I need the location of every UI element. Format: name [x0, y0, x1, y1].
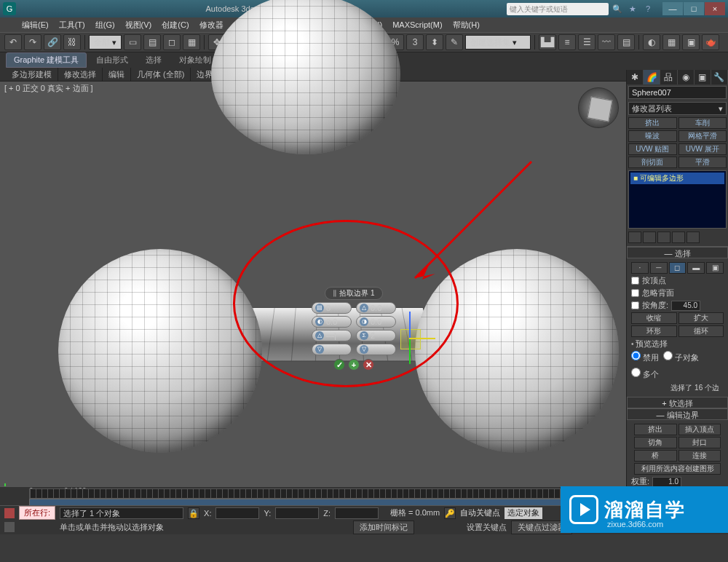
subobj-vertex-icon[interactable]: ·	[631, 262, 649, 274]
redo-icon[interactable]: ↷	[24, 34, 41, 50]
stack-show-icon[interactable]	[643, 231, 656, 243]
material-icon[interactable]: ◐	[643, 34, 660, 50]
subobj-poly-icon[interactable]: ▬	[687, 262, 705, 274]
align-icon[interactable]: ≡	[558, 34, 576, 50]
select-icon[interactable]: ▭	[124, 34, 141, 50]
menu-group[interactable]: 组(G)	[95, 20, 115, 31]
rad-preview-off[interactable]	[631, 351, 641, 360]
btn-createshape[interactable]: 利用所选内容创建图形	[634, 463, 721, 475]
stack-remove-icon[interactable]	[672, 231, 685, 243]
nav-pan-icon[interactable]	[578, 521, 591, 533]
chk-byvertex[interactable]	[631, 277, 639, 285]
nav-zoomall-icon[interactable]	[673, 521, 686, 533]
btn-extrude2[interactable]: 挤出	[634, 424, 677, 435]
script-mini-icon[interactable]	[4, 522, 15, 532]
maximize-button[interactable]: □	[684, 2, 704, 15]
ribbon-sub-edit[interactable]: 编辑	[103, 68, 131, 82]
select-rect-icon[interactable]: ◻	[163, 34, 181, 50]
schematic-icon[interactable]: ▤	[617, 34, 635, 50]
ribbon-tab-modeling[interactable]: Graphite 建模工具	[6, 52, 87, 68]
nav-max2-icon[interactable]	[711, 521, 724, 533]
timeline-track[interactable]	[29, 488, 582, 499]
btn-ring[interactable]: 环形	[631, 325, 677, 337]
rollout-softsel[interactable]: + 软选择	[627, 397, 728, 408]
crease-spinner[interactable]: 0.0	[652, 489, 681, 499]
caddy-ok-icon[interactable]: ✓	[333, 359, 345, 371]
sphere-right[interactable]	[415, 249, 619, 453]
stack-unique-icon[interactable]	[657, 231, 670, 243]
nav-orbit-icon[interactable]	[616, 521, 629, 533]
hierarchy-tab-icon[interactable]: 品	[660, 70, 677, 84]
btn-uvwunwrap[interactable]: UVW 展开	[678, 143, 727, 155]
snap-3d-icon[interactable]: 3	[406, 34, 424, 50]
ribbon-tab-selection[interactable]: 选择	[138, 52, 170, 68]
auto-key-button[interactable]: 自动关键点	[460, 507, 500, 518]
rad-preview-multi[interactable]	[631, 368, 641, 377]
caddy-cancel-icon[interactable]: ✕	[363, 359, 374, 371]
gizmo-y-axis[interactable]	[409, 338, 435, 339]
menu-maxscript[interactable]: MAXScript(M)	[392, 20, 442, 29]
key-icon[interactable]: 🔑	[444, 507, 456, 519]
motion-tab-icon[interactable]: ◉	[678, 70, 695, 84]
caddy-opt1[interactable]: ▽	[312, 344, 352, 355]
rad-preview-sub[interactable]	[663, 351, 673, 360]
coord-y[interactable]	[275, 507, 319, 519]
sphere-left[interactable]	[58, 249, 262, 453]
selection-filter[interactable]: 全部 ▾	[89, 35, 122, 50]
btn-slice[interactable]: 剖切面	[628, 157, 677, 168]
rollout-editborder[interactable]: — 编辑边界	[627, 408, 728, 420]
key-target[interactable]: 选定对象	[505, 507, 542, 519]
sphere-top[interactable]	[211, 0, 400, 154]
menu-help[interactable]: 帮助(H)	[453, 20, 480, 31]
menu-create[interactable]: 创建(C)	[162, 20, 189, 31]
nav-region-icon[interactable]	[692, 521, 705, 533]
btn-extrude[interactable]: 挤出	[628, 117, 677, 129]
ribbon-sub-geom[interactable]: 几何体 (全部)	[131, 68, 191, 82]
btn-lathe[interactable]: 车削	[678, 117, 727, 129]
angle-spinner[interactable]: 45.0	[671, 301, 700, 311]
named-sel-set[interactable]: 创建选择集 ▾	[465, 35, 531, 50]
btn-grow[interactable]: 扩大	[678, 312, 724, 324]
chk-ignoreback[interactable]	[631, 289, 639, 297]
nav-zoom-icon[interactable]	[597, 521, 610, 533]
stack-pin-icon[interactable]	[628, 231, 641, 243]
info-icon[interactable]: ★	[626, 2, 639, 15]
btn-shrink[interactable]: 收缩	[631, 312, 677, 324]
caddy-segments[interactable]: ▤8	[312, 302, 352, 314]
ribbon-sub-modsel[interactable]: 修改选择	[58, 68, 103, 82]
modify-tab-icon[interactable]: 🌈	[644, 70, 660, 84]
subobj-border-icon[interactable]: ◻	[669, 262, 687, 274]
chk-byangle[interactable]	[631, 301, 639, 309]
lock-icon[interactable]: 🔒	[188, 507, 199, 519]
caddy-taper[interactable]: △0.0	[356, 302, 396, 314]
time-slider[interactable]: 0 0 / 100	[0, 486, 626, 505]
caddy-apply-icon[interactable]: +	[348, 359, 360, 371]
btn-noise[interactable]: 噪波	[628, 130, 677, 142]
display-tab-icon[interactable]: ▣	[695, 70, 711, 84]
curve-editor-icon[interactable]: 〰	[598, 34, 615, 50]
mirror-icon[interactable]: ▙▟	[539, 34, 556, 50]
weight-spinner[interactable]: 1.0	[652, 477, 681, 487]
menu-edit[interactable]: 编辑(E)	[22, 20, 49, 31]
menu-modifiers[interactable]: 修改器	[199, 20, 223, 31]
search-icon[interactable]: 🔍	[611, 2, 624, 15]
ribbon-tab-freeform[interactable]: 自由形式	[88, 52, 136, 68]
subobj-edge-icon[interactable]: ─	[650, 262, 668, 274]
nav-max-icon[interactable]	[635, 521, 648, 533]
btn-bridge[interactable]: 桥	[634, 450, 677, 462]
btn-chamfer[interactable]: 切角	[634, 437, 677, 448]
stack-config-icon[interactable]	[687, 231, 700, 243]
window-crossing-icon[interactable]: ▦	[183, 34, 200, 50]
btn-insertvert[interactable]: 插入顶点	[678, 424, 721, 435]
menu-tools[interactable]: 工具(T)	[59, 20, 85, 31]
render-frame-icon[interactable]: ▣	[682, 34, 700, 50]
spinner-snap-icon[interactable]: ⬍	[426, 34, 443, 50]
undo-icon[interactable]: ↶	[4, 34, 22, 50]
key-filters[interactable]: 关键点过滤器	[511, 521, 572, 534]
render-icon[interactable]: 🫖	[702, 34, 719, 50]
help-icon[interactable]: ?	[641, 2, 654, 15]
script-rec-icon[interactable]	[4, 508, 15, 518]
gizmo-x-axis[interactable]	[409, 338, 411, 364]
btn-loop[interactable]: 循环	[678, 325, 724, 337]
edit-sel-set-icon[interactable]: ✎	[446, 34, 463, 50]
